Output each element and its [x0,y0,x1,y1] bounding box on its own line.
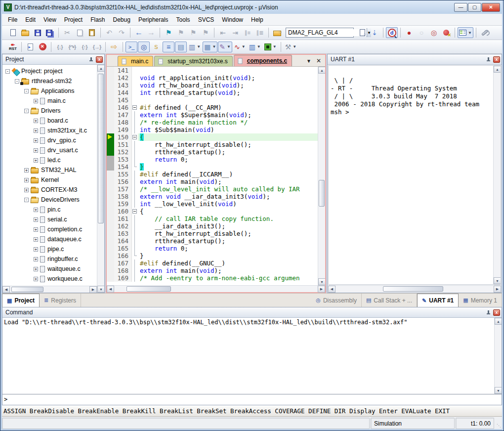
tree-item-workqueue-c[interactable]: +workqueue.c [3,274,97,284]
code-line-168[interactable]: 168extern int main(void); [107,267,318,274]
code-line-160[interactable]: 160{ [107,208,318,215]
tree-item-drv-gpio-c[interactable]: +drv_gpio.c [3,135,97,145]
dock-tab-memory-1[interactable]: ▦Memory 1 [459,294,502,307]
scroll-right-icon[interactable]: ▶ [89,286,97,293]
analysis-window-button[interactable]: ∿▼ [233,42,247,52]
debug-toolbox-button[interactable]: ⚒▼ [284,42,298,52]
minimize-button[interactable]: — [454,3,467,12]
symbol-window-button[interactable]: S [150,42,162,52]
tree-item-rtthread-stm32[interactable]: -rtthread-stm32 [3,76,97,86]
tree-expander-icon[interactable]: + [34,158,38,163]
scroll-up-icon[interactable]: ▲ [318,67,325,74]
editor-tab-startup-stm32f103xe-s[interactable]: startup_stm32f103xe.s [154,56,232,66]
tree-expander-icon[interactable]: + [34,129,38,133]
tree-item-drivers[interactable]: -Drivers [3,106,97,116]
title-bar[interactable]: V D:\rt-thread\rt-thread-3.0.3\bsp\stm32… [2,0,502,14]
code-line-166[interactable]: 166} [107,252,318,259]
project-close-icon[interactable]: x [96,56,103,63]
editor-vscrollbar[interactable]: ▲ ▼ [318,67,325,285]
tree-item-dataqueue-c[interactable]: +dataqueue.c [3,234,97,244]
fold-collapse-icon[interactable] [132,135,137,139]
indent-button[interactable]: ⇥ [229,27,241,38]
code-line-162[interactable]: 162 __iar_data_init3(); [107,222,318,230]
tree-item-completion-c[interactable]: +completion.c [3,224,97,234]
menu-debug[interactable]: Debug [109,15,134,25]
tree-expander-icon[interactable]: + [24,168,29,172]
tree-expander-icon[interactable]: + [34,247,38,252]
editor-hscrollbar[interactable]: ◀ ▶ [107,285,325,292]
menu-file[interactable]: File [4,15,21,25]
tree-expander-icon[interactable]: - [24,109,29,113]
menu-edit[interactable]: Edit [21,15,40,25]
maximize-button[interactable]: ▢ [468,3,481,12]
code-line-146[interactable]: 146#if defined (__CC_ARM) [107,104,318,111]
tab-close-icon[interactable]: ✕ [316,57,321,64]
save-all-button[interactable] [44,27,56,38]
tree-item-kernel[interactable]: +Kernel [3,175,97,185]
code-line-152[interactable]: 152 rtthread_startup(); [107,148,318,156]
resize-grip[interactable]: ⋱ [495,418,502,429]
disable-breakpoint-button[interactable]: ○ [416,27,427,38]
scroll-right-icon[interactable]: ▶ [494,286,501,293]
code-line-145[interactable]: 145 [107,96,318,104]
undo-button[interactable]: ↶ [103,27,115,38]
tree-expander-icon[interactable]: + [34,237,38,242]
tree-expander-icon[interactable]: - [15,79,19,84]
command-output[interactable]: Load "D:\\rt-thread\\rt-thread-3.0.3\\bs… [2,318,494,394]
start-stop-debug-button[interactable]: d [386,27,398,38]
watch-window-button[interactable]: ▥▼ [187,42,202,52]
code-line-161[interactable]: 161 // call IAR table copy function. [107,215,318,222]
show-next-statement-button[interactable] [24,42,36,52]
code-line-164[interactable]: 164 rtthread_startup(); [107,237,318,245]
cut-button[interactable]: ✂ [61,27,73,38]
open-file-button[interactable] [19,27,31,38]
reset-cpu-button[interactable]: ↞RST [7,42,19,52]
uart-hscrollbar[interactable]: ◀ ▶ [328,285,501,292]
code-line-157[interactable]: 157/* __low_level_init will auto called … [107,185,318,193]
fold-column[interactable] [132,104,138,111]
tree-expander-icon[interactable]: + [34,227,38,232]
comment-button[interactable]: ∥≡ [242,27,253,38]
configure-target-button[interactable] [479,27,491,38]
code-editor[interactable]: 141142void rt_application_init(void);143… [107,67,318,285]
code-line-141[interactable]: 141 [107,67,318,74]
scroll-left-icon[interactable]: ◀ [107,286,114,293]
tree-item-applications[interactable]: -Applications [3,86,97,96]
tree-item-drv-usart-c[interactable]: +drv_usart.c [3,145,97,155]
tree-expander-icon[interactable]: + [34,148,38,153]
menu-tools[interactable]: Tools [172,15,194,25]
scroll-up-icon[interactable]: ▲ [97,65,104,72]
command-input[interactable]: > [2,394,502,405]
dock-tab-disassembly[interactable]: ◎Disassembly [311,294,362,307]
pin-icon[interactable] [486,57,491,62]
paste-button[interactable] [86,27,98,38]
call-stack-window-button[interactable]: ▤ [175,42,187,52]
editor-tab-main-c[interactable]: main.c [118,56,153,66]
code-line-163[interactable]: 163 rt_hw_interrupt_disable(); [107,230,318,237]
window-layout-button[interactable]: ▼ [458,27,473,38]
tree-expander-icon[interactable]: + [34,217,38,222]
code-line-165[interactable]: 165 return 0; [107,245,318,252]
code-line-151[interactable]: 151 rt_hw_interrupt_disable(); [107,141,318,148]
serial-window-button[interactable]: ✎▼ [218,42,232,52]
tree-item-cortex-m3[interactable]: +CORTEX-M3 [3,185,97,195]
dock-tab-call-stack-[interactable]: ▤Call Stack + ... [362,294,417,307]
code-line-155[interactable]: 155#elif defined(__ICCARM__) [107,171,318,178]
system-viewer-button[interactable]: ▼ [263,42,278,52]
navigate-forward-button[interactable]: → [145,27,157,38]
step-into-button[interactable]: {↓} [54,42,66,52]
incremental-find-button[interactable]: ⇣ [369,27,380,38]
scroll-down-icon[interactable]: ▼ [318,278,325,285]
dock-tab-registers[interactable]: ≣Registers [40,294,81,307]
tree-expander-icon[interactable]: + [24,178,29,182]
tree-item-devicedrivers[interactable]: -DeviceDrivers [3,195,97,205]
code-line-158[interactable]: 158extern void __iar_data_init3(void); [107,193,318,200]
code-line-143[interactable]: 143void rt_hw_board_init(void); [107,82,318,89]
tree-item-main-c[interactable]: +main.c [3,96,97,106]
tree-item-project-project[interactable]: -Project: project [3,66,97,76]
tree-item-led-c[interactable]: +led.c [3,155,97,165]
tree-item-stm32-hal[interactable]: +STM32_HAL [3,165,97,175]
tree-expander-icon[interactable]: - [5,69,10,74]
new-file-button[interactable] [7,27,19,38]
scroll-down-icon[interactable]: ▼ [97,286,104,293]
